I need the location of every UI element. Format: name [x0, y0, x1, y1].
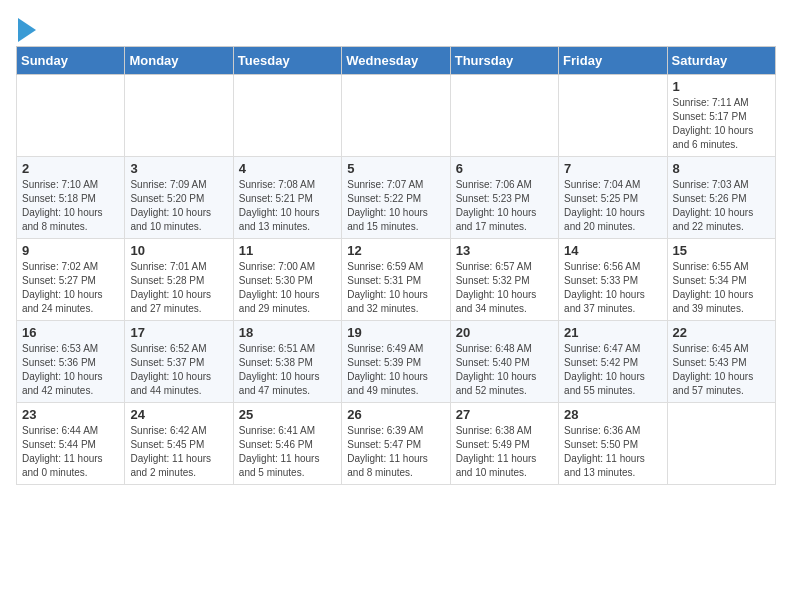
weekday-header-friday: Friday	[559, 47, 667, 75]
day-number: 25	[239, 407, 336, 422]
day-number: 23	[22, 407, 119, 422]
day-number: 20	[456, 325, 553, 340]
day-number: 19	[347, 325, 444, 340]
day-info: Sunrise: 7:09 AM Sunset: 5:20 PM Dayligh…	[130, 178, 227, 234]
calendar-cell	[667, 403, 775, 485]
day-number: 14	[564, 243, 661, 258]
calendar-cell: 18Sunrise: 6:51 AM Sunset: 5:38 PM Dayli…	[233, 321, 341, 403]
day-number: 8	[673, 161, 770, 176]
calendar-table: SundayMondayTuesdayWednesdayThursdayFrid…	[16, 46, 776, 485]
calendar-cell	[450, 75, 558, 157]
calendar-week-3: 16Sunrise: 6:53 AM Sunset: 5:36 PM Dayli…	[17, 321, 776, 403]
calendar-cell: 25Sunrise: 6:41 AM Sunset: 5:46 PM Dayli…	[233, 403, 341, 485]
day-info: Sunrise: 6:47 AM Sunset: 5:42 PM Dayligh…	[564, 342, 661, 398]
day-info: Sunrise: 6:38 AM Sunset: 5:49 PM Dayligh…	[456, 424, 553, 480]
day-info: Sunrise: 6:57 AM Sunset: 5:32 PM Dayligh…	[456, 260, 553, 316]
day-info: Sunrise: 7:07 AM Sunset: 5:22 PM Dayligh…	[347, 178, 444, 234]
calendar-cell: 15Sunrise: 6:55 AM Sunset: 5:34 PM Dayli…	[667, 239, 775, 321]
calendar-week-2: 9Sunrise: 7:02 AM Sunset: 5:27 PM Daylig…	[17, 239, 776, 321]
calendar-cell: 12Sunrise: 6:59 AM Sunset: 5:31 PM Dayli…	[342, 239, 450, 321]
logo	[16, 20, 36, 38]
weekday-header-saturday: Saturday	[667, 47, 775, 75]
day-number: 6	[456, 161, 553, 176]
day-number: 27	[456, 407, 553, 422]
calendar-cell: 10Sunrise: 7:01 AM Sunset: 5:28 PM Dayli…	[125, 239, 233, 321]
day-number: 15	[673, 243, 770, 258]
day-number: 26	[347, 407, 444, 422]
day-info: Sunrise: 7:00 AM Sunset: 5:30 PM Dayligh…	[239, 260, 336, 316]
day-number: 17	[130, 325, 227, 340]
day-info: Sunrise: 6:44 AM Sunset: 5:44 PM Dayligh…	[22, 424, 119, 480]
calendar-cell: 4Sunrise: 7:08 AM Sunset: 5:21 PM Daylig…	[233, 157, 341, 239]
logo-arrow-icon	[18, 18, 36, 42]
calendar-week-4: 23Sunrise: 6:44 AM Sunset: 5:44 PM Dayli…	[17, 403, 776, 485]
day-number: 21	[564, 325, 661, 340]
calendar-cell: 19Sunrise: 6:49 AM Sunset: 5:39 PM Dayli…	[342, 321, 450, 403]
calendar-week-0: 1Sunrise: 7:11 AM Sunset: 5:17 PM Daylig…	[17, 75, 776, 157]
day-info: Sunrise: 7:10 AM Sunset: 5:18 PM Dayligh…	[22, 178, 119, 234]
day-info: Sunrise: 6:53 AM Sunset: 5:36 PM Dayligh…	[22, 342, 119, 398]
calendar-cell: 2Sunrise: 7:10 AM Sunset: 5:18 PM Daylig…	[17, 157, 125, 239]
day-number: 16	[22, 325, 119, 340]
calendar-cell: 5Sunrise: 7:07 AM Sunset: 5:22 PM Daylig…	[342, 157, 450, 239]
day-number: 12	[347, 243, 444, 258]
calendar-cell: 6Sunrise: 7:06 AM Sunset: 5:23 PM Daylig…	[450, 157, 558, 239]
calendar-cell	[233, 75, 341, 157]
day-number: 3	[130, 161, 227, 176]
calendar-cell: 27Sunrise: 6:38 AM Sunset: 5:49 PM Dayli…	[450, 403, 558, 485]
calendar-cell	[125, 75, 233, 157]
calendar-cell: 16Sunrise: 6:53 AM Sunset: 5:36 PM Dayli…	[17, 321, 125, 403]
calendar-week-1: 2Sunrise: 7:10 AM Sunset: 5:18 PM Daylig…	[17, 157, 776, 239]
day-number: 7	[564, 161, 661, 176]
weekday-header-wednesday: Wednesday	[342, 47, 450, 75]
calendar-cell: 13Sunrise: 6:57 AM Sunset: 5:32 PM Dayli…	[450, 239, 558, 321]
calendar-cell	[559, 75, 667, 157]
calendar-cell	[17, 75, 125, 157]
calendar-cell: 3Sunrise: 7:09 AM Sunset: 5:20 PM Daylig…	[125, 157, 233, 239]
calendar-cell: 17Sunrise: 6:52 AM Sunset: 5:37 PM Dayli…	[125, 321, 233, 403]
calendar-cell: 28Sunrise: 6:36 AM Sunset: 5:50 PM Dayli…	[559, 403, 667, 485]
calendar-header-row: SundayMondayTuesdayWednesdayThursdayFrid…	[17, 47, 776, 75]
day-number: 11	[239, 243, 336, 258]
day-number: 24	[130, 407, 227, 422]
calendar-cell: 11Sunrise: 7:00 AM Sunset: 5:30 PM Dayli…	[233, 239, 341, 321]
calendar-cell: 21Sunrise: 6:47 AM Sunset: 5:42 PM Dayli…	[559, 321, 667, 403]
calendar-cell: 7Sunrise: 7:04 AM Sunset: 5:25 PM Daylig…	[559, 157, 667, 239]
calendar-cell: 26Sunrise: 6:39 AM Sunset: 5:47 PM Dayli…	[342, 403, 450, 485]
day-info: Sunrise: 7:11 AM Sunset: 5:17 PM Dayligh…	[673, 96, 770, 152]
day-info: Sunrise: 6:48 AM Sunset: 5:40 PM Dayligh…	[456, 342, 553, 398]
day-number: 5	[347, 161, 444, 176]
weekday-header-monday: Monday	[125, 47, 233, 75]
calendar-cell: 1Sunrise: 7:11 AM Sunset: 5:17 PM Daylig…	[667, 75, 775, 157]
day-number: 9	[22, 243, 119, 258]
day-number: 13	[456, 243, 553, 258]
page-header	[16, 16, 776, 38]
day-number: 1	[673, 79, 770, 94]
day-info: Sunrise: 7:01 AM Sunset: 5:28 PM Dayligh…	[130, 260, 227, 316]
day-info: Sunrise: 6:41 AM Sunset: 5:46 PM Dayligh…	[239, 424, 336, 480]
day-info: Sunrise: 6:45 AM Sunset: 5:43 PM Dayligh…	[673, 342, 770, 398]
day-number: 4	[239, 161, 336, 176]
day-info: Sunrise: 7:03 AM Sunset: 5:26 PM Dayligh…	[673, 178, 770, 234]
day-number: 2	[22, 161, 119, 176]
day-number: 18	[239, 325, 336, 340]
day-info: Sunrise: 6:56 AM Sunset: 5:33 PM Dayligh…	[564, 260, 661, 316]
calendar-cell	[342, 75, 450, 157]
calendar-cell: 14Sunrise: 6:56 AM Sunset: 5:33 PM Dayli…	[559, 239, 667, 321]
calendar-cell: 22Sunrise: 6:45 AM Sunset: 5:43 PM Dayli…	[667, 321, 775, 403]
weekday-header-tuesday: Tuesday	[233, 47, 341, 75]
day-info: Sunrise: 6:52 AM Sunset: 5:37 PM Dayligh…	[130, 342, 227, 398]
day-number: 22	[673, 325, 770, 340]
day-info: Sunrise: 6:51 AM Sunset: 5:38 PM Dayligh…	[239, 342, 336, 398]
day-info: Sunrise: 6:39 AM Sunset: 5:47 PM Dayligh…	[347, 424, 444, 480]
calendar-cell: 20Sunrise: 6:48 AM Sunset: 5:40 PM Dayli…	[450, 321, 558, 403]
day-info: Sunrise: 6:59 AM Sunset: 5:31 PM Dayligh…	[347, 260, 444, 316]
day-info: Sunrise: 6:49 AM Sunset: 5:39 PM Dayligh…	[347, 342, 444, 398]
day-info: Sunrise: 7:02 AM Sunset: 5:27 PM Dayligh…	[22, 260, 119, 316]
day-number: 10	[130, 243, 227, 258]
day-info: Sunrise: 6:42 AM Sunset: 5:45 PM Dayligh…	[130, 424, 227, 480]
day-info: Sunrise: 6:36 AM Sunset: 5:50 PM Dayligh…	[564, 424, 661, 480]
calendar-cell: 24Sunrise: 6:42 AM Sunset: 5:45 PM Dayli…	[125, 403, 233, 485]
day-info: Sunrise: 6:55 AM Sunset: 5:34 PM Dayligh…	[673, 260, 770, 316]
calendar-cell: 8Sunrise: 7:03 AM Sunset: 5:26 PM Daylig…	[667, 157, 775, 239]
